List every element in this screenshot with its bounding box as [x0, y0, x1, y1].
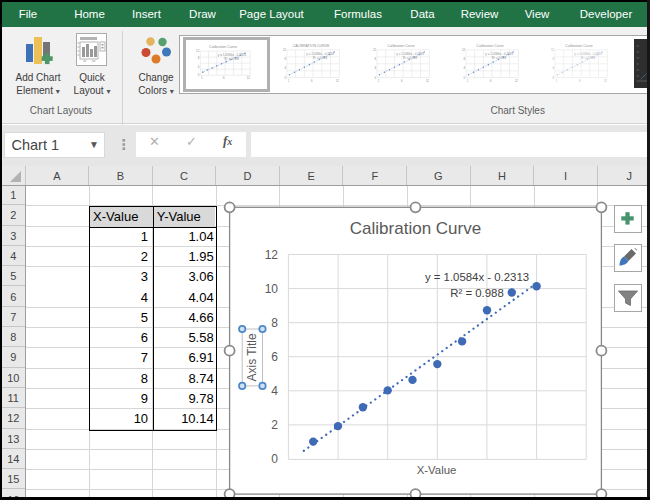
svg-text:12: 12 — [462, 48, 466, 52]
svg-text:Calibration Curve: Calibration Curve — [387, 44, 414, 48]
svg-text:12: 12 — [604, 78, 607, 82]
svg-text:0: 0 — [285, 75, 287, 79]
svg-text:R² = 0.988: R² = 0.988 — [450, 287, 504, 299]
svg-text:0: 0 — [463, 75, 465, 79]
svg-text:8: 8 — [197, 57, 199, 61]
svg-text:10: 10 — [265, 282, 279, 296]
svg-text:12: 12 — [283, 48, 287, 52]
svg-text:1: 1 — [377, 78, 379, 82]
svg-text:0: 0 — [374, 75, 376, 79]
svg-text:6: 6 — [579, 78, 581, 82]
svg-text:2: 2 — [271, 418, 278, 432]
svg-text:R² = 0.988: R² = 0.988 — [313, 55, 327, 59]
svg-text:1: 1 — [467, 78, 469, 82]
svg-text:6: 6 — [490, 78, 492, 82]
svg-text:6: 6 — [271, 350, 278, 364]
svg-text:12: 12 — [425, 78, 428, 82]
svg-text:8: 8 — [463, 56, 465, 60]
svg-text:8: 8 — [271, 316, 278, 330]
svg-text:CALIBRATION CURVE: CALIBRATION CURVE — [293, 44, 330, 48]
svg-text:4: 4 — [271, 384, 278, 398]
svg-text:12: 12 — [246, 77, 250, 81]
svg-text:1: 1 — [201, 77, 203, 81]
svg-text:6: 6 — [311, 78, 313, 82]
svg-text:8: 8 — [374, 56, 376, 60]
svg-text:4: 4 — [197, 65, 199, 69]
svg-text:Axis Title: Axis Title — [245, 333, 259, 381]
svg-text:12: 12 — [265, 248, 279, 262]
svg-text:Calibration Curve: Calibration Curve — [350, 219, 481, 238]
svg-text:R² = 0.988: R² = 0.988 — [492, 55, 506, 59]
svg-text:R² = 0.988: R² = 0.988 — [581, 55, 595, 59]
svg-text:1: 1 — [556, 78, 558, 82]
svg-text:8: 8 — [285, 56, 287, 60]
svg-text:0: 0 — [271, 452, 278, 466]
svg-text:8: 8 — [553, 56, 555, 60]
svg-text:12: 12 — [336, 78, 339, 82]
svg-text:0: 0 — [553, 75, 555, 79]
svg-text:y = 1.0584x - 0.2313: y = 1.0584x - 0.2313 — [425, 271, 529, 283]
svg-text:6: 6 — [401, 78, 403, 82]
svg-text:4: 4 — [463, 65, 465, 69]
svg-text:4: 4 — [374, 65, 376, 69]
svg-text:12: 12 — [551, 48, 555, 52]
svg-text:4: 4 — [553, 65, 555, 69]
svg-text:6: 6 — [223, 77, 225, 81]
svg-text:12: 12 — [373, 48, 377, 52]
svg-text:12: 12 — [515, 78, 518, 82]
svg-text:Calibration Curve: Calibration Curve — [476, 44, 503, 48]
svg-text:Calibration Curve: Calibration Curve — [565, 44, 592, 48]
svg-text:4: 4 — [285, 65, 287, 69]
svg-text:Calibration Curve: Calibration Curve — [209, 46, 237, 50]
svg-text:12: 12 — [196, 50, 200, 54]
svg-text:R² = 0.988: R² = 0.988 — [403, 55, 417, 59]
svg-text:0: 0 — [197, 73, 199, 77]
svg-text:1: 1 — [288, 78, 290, 82]
svg-text:X-Value: X-Value — [417, 464, 457, 476]
